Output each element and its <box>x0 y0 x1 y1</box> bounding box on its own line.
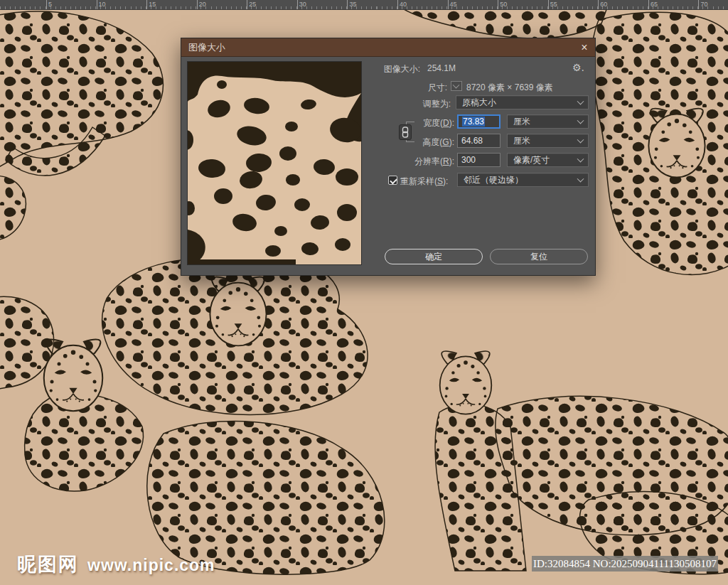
resample-checkbox[interactable] <box>388 176 397 185</box>
width-unit-dropdown[interactable]: 厘米 <box>507 114 589 129</box>
image-id-badge: ID:32084854 NO:20250904111130508107 <box>532 556 718 571</box>
site-url: www.nipic.com <box>87 556 215 575</box>
resample-label: 重新采样(S): <box>400 176 451 188</box>
image-size-label: 图像大小: <box>345 63 420 75</box>
site-name: 昵图网 <box>17 552 79 577</box>
chevron-down-icon <box>577 136 584 144</box>
ok-button[interactable]: 确定 <box>385 249 483 264</box>
chevron-down-icon <box>577 156 584 163</box>
dialog-titlebar[interactable]: 图像大小 × <box>181 38 595 57</box>
width-label: 宽度(D): <box>366 117 454 129</box>
site-watermark: 昵图网 www.nipic.com <box>17 552 215 577</box>
resample-dropdown[interactable]: 邻近（硬边缘） <box>457 173 589 187</box>
ruler-minor-ticks <box>0 6 728 9</box>
image-size-value: 254.1M <box>427 63 456 73</box>
close-icon[interactable]: × <box>574 38 595 57</box>
width-unit-value: 厘米 <box>513 117 530 127</box>
image-preview[interactable] <box>187 61 362 265</box>
dimensions-unit-chevron[interactable] <box>451 81 462 91</box>
dimensions-value: 8720 像素 × 7639 像素 <box>466 82 553 94</box>
dialog-title: 图像大小 <box>181 41 225 54</box>
resample-value: 邻近（硬边缘） <box>464 175 523 185</box>
chevron-down-icon <box>453 82 460 89</box>
horizontal-ruler: 510152025303540455055606570 <box>0 0 728 10</box>
resolution-unit-value: 像素/英寸 <box>513 155 550 165</box>
fit-to-dropdown[interactable]: 原稿大小 <box>456 95 589 109</box>
reset-button[interactable]: 复位 <box>490 249 588 264</box>
height-input[interactable]: 64.68 <box>457 134 500 148</box>
settings-gear-icon[interactable]: ⚙. <box>572 61 588 74</box>
height-label: 高度(G): <box>366 136 454 149</box>
dimensions-label: 尺寸: <box>366 82 447 94</box>
image-size-dialog: 图像大小 × <box>181 38 596 276</box>
fit-to-value: 原稿大小 <box>462 97 496 107</box>
width-input[interactable]: 73.83 <box>457 114 500 129</box>
chevron-down-icon <box>577 176 584 183</box>
resolution-label: 分辨率(R): <box>366 156 454 168</box>
chevron-down-icon <box>577 117 584 124</box>
height-unit-value: 厘米 <box>513 136 530 146</box>
resolution-unit-dropdown[interactable]: 像素/英寸 <box>507 153 589 167</box>
chevron-down-icon <box>577 98 584 105</box>
resolution-input[interactable]: 300 <box>457 153 500 167</box>
height-unit-dropdown[interactable]: 厘米 <box>507 134 589 148</box>
fit-to-label: 调整为: <box>366 98 451 110</box>
preview-leopard-spots <box>188 62 361 264</box>
